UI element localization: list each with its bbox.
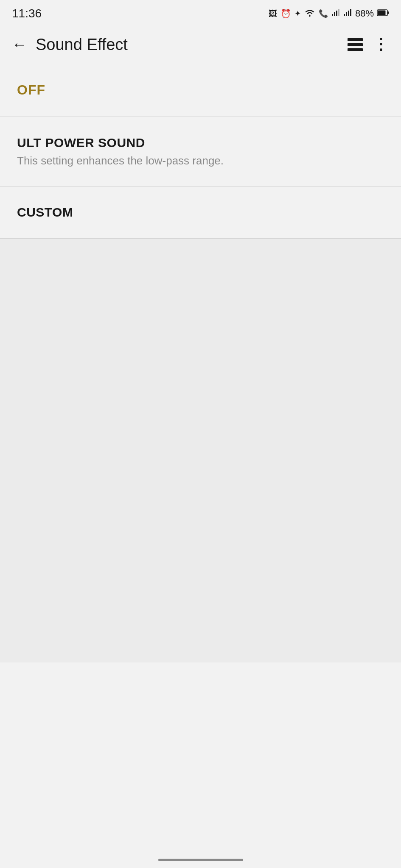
signal-icon-1 <box>331 8 340 19</box>
off-label: OFF <box>17 82 45 97</box>
bottom-nav-indicator <box>158 859 243 861</box>
photo-icon: 🖼 <box>269 9 277 19</box>
svg-rect-1 <box>334 12 335 16</box>
custom-label: CUSTOM <box>17 205 73 219</box>
svg-rect-5 <box>346 12 347 16</box>
call-icon: 📞 <box>319 9 328 18</box>
bottom-area <box>0 239 401 662</box>
app-bar-right: ⋮ <box>346 36 389 53</box>
signal-icon-2 <box>343 8 352 19</box>
svg-rect-4 <box>344 14 345 16</box>
page-title: Sound Effect <box>36 36 128 54</box>
battery-percent: 88% <box>355 8 374 19</box>
ult-desc: This setting enhances the low-pass range… <box>17 154 384 167</box>
battery-icon <box>377 8 389 19</box>
svg-rect-9 <box>378 11 386 15</box>
status-bar: 11:36 🖼 ⏰ ✦ 📞 <box>0 0 401 25</box>
more-options-button[interactable]: ⋮ <box>373 36 389 53</box>
svg-rect-3 <box>338 9 339 16</box>
off-section[interactable]: OFF <box>0 64 401 117</box>
svg-rect-10 <box>387 11 389 14</box>
menu-icon-button[interactable] <box>346 36 365 53</box>
back-button[interactable]: ← <box>12 36 27 53</box>
ult-power-sound-section[interactable]: ULT POWER SOUND This setting enhances th… <box>0 117 401 186</box>
alarm-icon: ⏰ <box>280 8 291 19</box>
status-icons: 🖼 ⏰ ✦ 📞 <box>269 8 389 19</box>
svg-rect-0 <box>332 14 333 16</box>
menu-line-3 <box>348 48 363 51</box>
custom-section[interactable]: CUSTOM <box>0 186 401 238</box>
ult-title: ULT POWER SOUND <box>17 136 384 150</box>
menu-line-2 <box>348 43 363 46</box>
bluetooth-icon: ✦ <box>294 9 301 18</box>
content: OFF ULT POWER SOUND This setting enhance… <box>0 64 401 662</box>
svg-rect-7 <box>350 9 351 16</box>
svg-rect-2 <box>336 11 337 16</box>
status-time: 11:36 <box>12 7 42 20</box>
app-bar-left: ← Sound Effect <box>12 36 128 54</box>
svg-rect-6 <box>348 11 349 16</box>
app-bar: ← Sound Effect ⋮ <box>0 25 401 64</box>
wifi-icon <box>304 8 315 19</box>
menu-line-1 <box>348 38 363 41</box>
